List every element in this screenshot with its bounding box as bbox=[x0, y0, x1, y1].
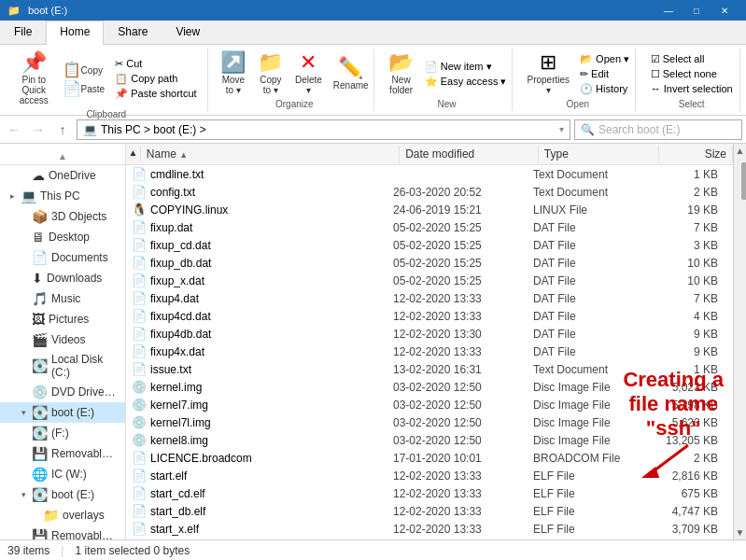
table-row[interactable]: 📄fixup_cd.dat 05-02-2020 15:25 DAT File … bbox=[126, 236, 733, 254]
table-row[interactable]: 📄fixup4x.dat 12-02-2020 13:33 DAT File 9… bbox=[126, 343, 733, 360]
annotation-line3: "ssh" bbox=[623, 416, 724, 441]
paste-shortcut-button[interactable]: 📌 Paste shortcut bbox=[112, 87, 199, 101]
tab-view[interactable]: View bbox=[162, 21, 214, 44]
sidebar-item-onedrive[interactable]: ☁ OneDrive bbox=[0, 165, 125, 186]
sidebar-item-pictures[interactable]: 🖼 Pictures bbox=[0, 309, 125, 329]
file-name-text: COPYING.linux bbox=[150, 203, 228, 217]
edit-button[interactable]: ✏ Edit bbox=[577, 67, 632, 81]
copyto-icon: 📁 bbox=[258, 52, 283, 73]
sidebar-item-removableh2[interactable]: 💾 Removable Disk (H:) bbox=[0, 525, 125, 539]
new-item-button[interactable]: 📄 New item ▾ bbox=[422, 60, 510, 74]
table-row[interactable]: 📄fixup4db.dat 12-02-2020 13:30 DAT File … bbox=[126, 325, 733, 343]
close-button[interactable]: ✕ bbox=[711, 0, 739, 21]
history-button[interactable]: 🕐 History bbox=[577, 82, 632, 96]
table-row[interactable]: 📄start_cd.elf 12-02-2020 13:33 ELF File … bbox=[126, 484, 733, 502]
sidebar-item-music[interactable]: 🎵 Music bbox=[0, 288, 125, 309]
localc-icon: 💽 bbox=[32, 358, 48, 373]
table-row[interactable]: 📄config.txt 26-03-2020 20:52 Text Docume… bbox=[126, 183, 733, 201]
copy-icon: 📋 bbox=[63, 63, 81, 77]
file-name-text: start_db.elf bbox=[150, 505, 205, 518]
invert-selection-button[interactable]: ↔ Invert selection bbox=[648, 82, 736, 95]
search-bar[interactable]: 🔍 Search boot (E:) bbox=[574, 119, 742, 140]
open-button[interactable]: 📂 Open ▾ bbox=[577, 52, 632, 66]
file-date-cell: 03-02-2020 12:50 bbox=[387, 415, 528, 430]
properties-button[interactable]: ⊞ Properties▾ bbox=[523, 50, 573, 97]
tab-home[interactable]: Home bbox=[46, 21, 104, 45]
maximize-button[interactable]: □ bbox=[683, 0, 711, 21]
up-button[interactable]: ↑ bbox=[52, 119, 73, 140]
tab-file[interactable]: File bbox=[0, 21, 46, 44]
back-button[interactable]: ← bbox=[4, 119, 24, 140]
item-count: 39 items bbox=[7, 544, 49, 557]
pin-to-quick-button[interactable]: 📌 Pin to Quickaccess bbox=[13, 50, 55, 107]
file-date-cell: 12-02-2020 13:33 bbox=[387, 539, 528, 540]
new-buttons: 📂 Newfolder 📄 New item ▾ ⭐ Easy access ▾ bbox=[385, 50, 510, 97]
move-icon: ↗️ bbox=[220, 52, 246, 73]
sort-indicator[interactable]: ▲ bbox=[126, 146, 141, 162]
table-row[interactable]: 🐧COPYING.linux 24-06-2019 15:21 LINUX Fi… bbox=[126, 201, 733, 218]
table-row[interactable]: 📄fixup.dat 05-02-2020 15:25 DAT File 7 K… bbox=[126, 218, 733, 236]
rename-button[interactable]: ✏️ Rename bbox=[330, 56, 373, 92]
paste-button[interactable]: 📄 Paste bbox=[59, 80, 109, 97]
sidebar-item-downloads[interactable]: ⬇ Downloads bbox=[0, 268, 125, 288]
sidebar-item-overlays[interactable]: 📁 overlays bbox=[0, 505, 125, 525]
table-row[interactable]: 📄cmdline.txt Text Document 1 KB bbox=[126, 165, 733, 183]
sidebar-item-boote2[interactable]: ▾ 💽 boot (E:) bbox=[0, 484, 125, 505]
file-type-cell: DAT File bbox=[528, 327, 649, 342]
file-name-cell: 📄config.txt bbox=[126, 184, 387, 200]
file-name-cell: 💿kernel7.img bbox=[126, 397, 387, 413]
file-type-cell: DAT File bbox=[528, 220, 649, 235]
table-row[interactable]: 📄fixup_db.dat 05-02-2020 15:25 DAT File … bbox=[126, 254, 733, 272]
select-all-button[interactable]: ☑ Select all bbox=[648, 52, 736, 66]
file-name-text: kernel7.img bbox=[150, 399, 208, 412]
cut-button[interactable]: ✂ Cut bbox=[112, 57, 199, 71]
table-row[interactable]: 📄fixup4cd.dat 12-02-2020 13:33 DAT File … bbox=[126, 307, 733, 325]
sidebar-item-dvd[interactable]: 💿 DVD Drive (E... bbox=[0, 382, 125, 402]
table-row[interactable]: 📄start_x.elf 12-02-2020 13:33 ELF File 3… bbox=[126, 520, 733, 538]
sidebar-item-desktop[interactable]: 🖥 Desktop bbox=[0, 227, 125, 247]
file-name-cell: 📄start.elf bbox=[126, 468, 387, 483]
sidebar-item-boot[interactable]: ▾ 💽 boot (E:) bbox=[0, 402, 125, 423]
col-date[interactable]: Date modified bbox=[400, 146, 539, 162]
file-name-cell: 💿kernel.img bbox=[126, 379, 387, 395]
scroll-thumb[interactable] bbox=[741, 162, 747, 200]
forward-button[interactable]: → bbox=[28, 119, 49, 140]
col-name[interactable]: Name ▲ bbox=[141, 146, 400, 162]
sidebar-item-label: boot (E:) bbox=[51, 488, 94, 501]
select-none-button[interactable]: ☐ Select none bbox=[648, 67, 736, 81]
scroll-up-btn[interactable]: ▲ bbox=[734, 144, 746, 158]
col-size[interactable]: Size bbox=[659, 146, 733, 162]
file-size-cell: 9 KB bbox=[649, 344, 724, 359]
table-row[interactable]: 📄start_db.elf 12-02-2020 13:33 ELF File … bbox=[126, 502, 733, 520]
sidebar-item-documents[interactable]: 📄 Documents bbox=[0, 247, 125, 268]
sidebar-item-removableh[interactable]: 💾 Removable Disk (H:) bbox=[0, 443, 125, 464]
sidebar-item-thispc[interactable]: ▸ 💻 This PC bbox=[0, 186, 125, 206]
address-bar[interactable]: 💻 This PC > boot (E:) > ▾ bbox=[77, 119, 570, 140]
file-type-cell: DAT File bbox=[528, 238, 649, 253]
new-folder-button[interactable]: 📂 Newfolder bbox=[385, 50, 418, 97]
table-row[interactable]: 📄fixup_x.dat 05-02-2020 15:25 DAT File 1… bbox=[126, 272, 733, 289]
vertical-scrollbar[interactable]: ▲ ▼ bbox=[733, 144, 746, 539]
copy-path-button[interactable]: 📋 Copy path bbox=[112, 72, 199, 86]
minimize-button[interactable]: — bbox=[655, 0, 683, 21]
col-type[interactable]: Type bbox=[539, 146, 659, 162]
table-row[interactable]: 📄start4.elf 12-02-2020 13:33 ELF File 2,… bbox=[126, 538, 733, 539]
table-row[interactable]: 📄fixup4.dat 12-02-2020 13:33 DAT File 7 … bbox=[126, 289, 733, 307]
sidebar-item-f[interactable]: 💽 (F:) bbox=[0, 423, 125, 443]
sidebar-item-3dobjects[interactable]: 📦 3D Objects bbox=[0, 206, 125, 227]
file-name-cell: 📄fixup.dat bbox=[126, 219, 387, 235]
move-to-button[interactable]: ↗️ Moveto ▾ bbox=[217, 50, 250, 97]
file-date-cell: 12-02-2020 13:30 bbox=[387, 327, 528, 342]
copy-button[interactable]: 📋 Copy bbox=[59, 62, 109, 78]
sidebar-item-localc[interactable]: 💽 Local Disk (C:) bbox=[0, 350, 125, 382]
scroll-down-btn[interactable]: ▼ bbox=[734, 525, 746, 539]
copy-to-button[interactable]: 📁 Copyto ▾ bbox=[254, 50, 288, 97]
easy-access-button[interactable]: ⭐ Easy access ▾ bbox=[422, 75, 510, 89]
sidebar: ▲ ☁ OneDrive ▸ 💻 This PC 📦 3D Objects 🖥 … bbox=[0, 144, 126, 539]
sidebar-scroll-up[interactable]: ▲ bbox=[0, 147, 125, 165]
sidebar-item-videos[interactable]: 🎬 Videos bbox=[0, 329, 125, 350]
file-name-cell: 💿kernel8.img bbox=[126, 432, 387, 448]
delete-button[interactable]: ✕ Delete▾ bbox=[291, 50, 326, 97]
sidebar-item-icw[interactable]: 🌐 IC (W:) bbox=[0, 464, 125, 484]
tab-share[interactable]: Share bbox=[104, 21, 162, 44]
